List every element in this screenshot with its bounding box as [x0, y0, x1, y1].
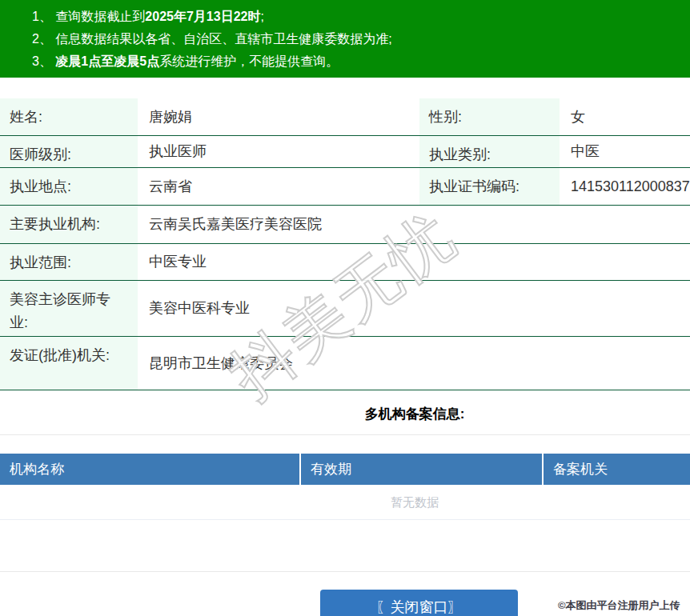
info-row-cosmetic-specialty: 美容主诊医师专业: 美容中医科专业 — [0, 280, 690, 336]
field-value-practice-category: 中医 — [560, 135, 690, 167]
org-table-header-validity: 有效期 — [299, 454, 542, 485]
field-value-gender: 女 — [560, 98, 690, 135]
field-value-main-institution: 云南吴氏嘉美医疗美容医院 — [138, 205, 690, 243]
upload-credit-watermark: ©本图由平台注册用户上传 — [558, 598, 680, 613]
notice-line-2: 2、 信息数据结果以各省、自治区、直辖市卫生健康委数据为准; — [32, 28, 690, 50]
multi-org-section-title: 多机构备案信息: — [0, 405, 690, 422]
divider — [0, 434, 690, 435]
notice-line-3-text: 3、 — [32, 54, 55, 68]
notice-line-1-text: 1、 查询数据截止到 — [32, 10, 145, 23]
field-label-gender: 性别: — [419, 98, 560, 135]
field-label-cosmetic-specialty: 美容主诊医师专业: — [0, 280, 138, 336]
field-label-name: 姓名: — [0, 98, 138, 135]
field-value-practice-scope: 中医专业 — [138, 243, 690, 280]
page-content: 1、 查询数据截止到2025年7月13日22时; 2、 信息数据结果以各省、自治… — [0, 0, 690, 616]
field-label-doctor-level: 医师级别: — [0, 135, 138, 167]
notice-line-3-bold: 凌晨1点至凌晨5点 — [55, 54, 159, 68]
field-value-name: 唐婉娟 — [138, 98, 419, 135]
field-label-issuing-authority: 发证(批准)机关: — [0, 336, 138, 390]
field-label-main-institution: 主要执业机构: — [0, 205, 138, 243]
practitioner-info-table: 姓名: 唐婉娟 性别: 女 医师级别: 执业医师 执业类别: 中医 执业地点: … — [0, 98, 690, 390]
org-table-header-filing-authority: 备案机关 — [542, 454, 690, 485]
field-label-certificate-number: 执业证书编码: — [419, 167, 560, 205]
field-label-practice-category: 执业类别: — [419, 135, 560, 167]
org-table-header-institution: 机构名称 — [0, 454, 299, 485]
field-value-practice-location: 云南省 — [138, 167, 419, 205]
info-row-main-institution: 主要执业机构: 云南吴氏嘉美医疗美容医院 — [0, 205, 690, 243]
notice-line-1-bold: 2025年7月13日22时 — [145, 10, 260, 23]
close-window-button[interactable]: 〖关闭窗口〗 — [320, 590, 518, 616]
info-row-issuing-authority: 发证(批准)机关: 昆明市卫生健康委员会 — [0, 336, 690, 390]
field-value-doctor-level: 执业医师 — [138, 135, 419, 167]
info-row-name-gender: 姓名: 唐婉娟 性别: 女 — [0, 98, 690, 135]
field-value-cosmetic-specialty: 美容中医科专业 — [138, 280, 690, 336]
field-label-practice-scope: 执业范围: — [0, 243, 138, 280]
field-value-issuing-authority: 昆明市卫生健康委员会 — [138, 336, 690, 390]
org-table-header-row: 机构名称 有效期 备案机关 — [0, 454, 690, 485]
info-row-level-category: 医师级别: 执业医师 执业类别: 中医 — [0, 135, 690, 167]
field-label-practice-location: 执业地点: — [0, 167, 138, 205]
notice-line-1-end: ; — [260, 10, 263, 23]
divider — [0, 571, 690, 572]
notice-line-1: 1、 查询数据截止到2025年7月13日22时; — [32, 6, 690, 28]
query-result-page: 1、 查询数据截止到2025年7月13日22时; 2、 信息数据结果以各省、自治… — [0, 0, 690, 616]
org-table-empty-state: 暂无数据 — [0, 485, 690, 520]
notice-line-3-end: 系统进行维护，不能提供查询。 — [159, 54, 339, 68]
info-row-location-certificate: 执业地点: 云南省 执业证书编码: 141530112000837 — [0, 167, 690, 205]
field-value-certificate-number: 141530112000837 — [560, 167, 690, 205]
info-row-practice-scope: 执业范围: 中医专业 — [0, 243, 690, 280]
notice-banner: 1、 查询数据截止到2025年7月13日22时; 2、 信息数据结果以各省、自治… — [0, 0, 690, 78]
notice-line-3: 3、 凌晨1点至凌晨5点系统进行维护，不能提供查询。 — [32, 50, 690, 73]
